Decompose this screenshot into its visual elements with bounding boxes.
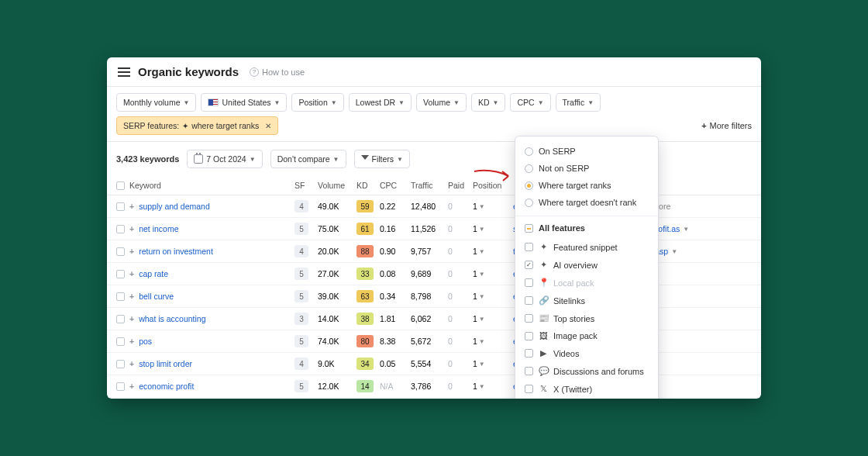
expand-icon[interactable]: +: [129, 382, 134, 391]
dd-feature-option[interactable]: 🖼Image pack: [515, 327, 658, 344]
table-row: +stop limit order49.0K340.055,55401 ▼erm…: [107, 353, 761, 375]
chevron-down-icon: ▼: [331, 99, 337, 106]
volume-value: 9.0K: [318, 359, 356, 368]
page-title: Organic keywords: [138, 65, 239, 78]
close-icon[interactable]: ✕: [265, 122, 271, 130]
keyword-link[interactable]: return on investment: [139, 247, 213, 256]
dd-radio-option[interactable]: On SERP: [515, 143, 658, 160]
keyword-link[interactable]: net income: [139, 224, 178, 233]
dropdown-divider: [515, 216, 658, 216]
select-all-checkbox[interactable]: [116, 181, 125, 190]
feature-icon: ✦: [539, 242, 548, 252]
dd-radio-option[interactable]: Where target ranks: [515, 177, 658, 194]
how-to-use-link[interactable]: ? How to use: [250, 67, 305, 77]
checkbox-icon: [525, 367, 533, 375]
keyword-link[interactable]: stop limit order: [139, 359, 192, 368]
filter-cpc[interactable]: CPC▼: [510, 93, 550, 112]
traffic-value: 5,554: [411, 359, 448, 368]
row-checkbox[interactable]: [116, 292, 125, 301]
table-row: +rate of change548.0K18N/A3,78601 ▼erms/…: [107, 398, 761, 399]
dd-feature-option[interactable]: ✦AI overview: [515, 256, 658, 274]
dd-feature-label: Local pack: [553, 278, 594, 288]
cpc-value: 0.08: [380, 269, 411, 278]
row-checkbox[interactable]: [116, 337, 125, 346]
filter-lowest-dr[interactable]: Lowest DR▼: [349, 93, 412, 112]
col-position[interactable]: Position: [473, 181, 513, 190]
expand-icon[interactable]: +: [129, 337, 134, 346]
paid-value: 0: [448, 269, 473, 278]
keyword-link[interactable]: economic profit: [139, 382, 194, 391]
expand-icon[interactable]: +: [129, 202, 134, 211]
keyword-link[interactable]: cap rate: [139, 269, 168, 278]
dd-feature-option[interactable]: 𝕏X (Twitter): [515, 380, 658, 398]
table-row: +bell curve539.0K630.348,79801 ▼erms/b/b…: [107, 285, 761, 308]
expand-icon[interactable]: +: [129, 292, 134, 301]
serp-features-dropdown: On SERPNot on SERPWhere target ranksWher…: [515, 136, 659, 399]
sparkle-icon: ✦: [182, 122, 188, 130]
plus-icon: +: [701, 121, 706, 130]
col-kd[interactable]: KD: [356, 181, 380, 190]
col-paid[interactable]: Paid: [448, 181, 473, 190]
chevron-down-icon: ▼: [398, 99, 405, 106]
col-traffic[interactable]: Traffic: [411, 181, 448, 190]
dd-feature-option[interactable]: 🔗Sitelinks: [515, 292, 658, 309]
col-sf[interactable]: SF: [294, 181, 318, 190]
filter-country[interactable]: United States▼: [201, 93, 287, 112]
chevron-down-icon: ▼: [453, 99, 460, 106]
hamburger-icon[interactable]: [118, 67, 130, 77]
row-checkbox[interactable]: [116, 270, 125, 278]
keywords-table: Keyword SF Volume KD CPC Traffic Paid Po…: [107, 176, 761, 399]
dd-feature-option[interactable]: ✦Featured snippet: [515, 238, 658, 256]
date-picker[interactable]: 7 Oct 2024 ▼: [187, 150, 262, 168]
filter-volume[interactable]: Volume▼: [416, 93, 467, 112]
funnel-icon: [361, 155, 369, 163]
paid-value: 0: [448, 247, 473, 256]
feature-icon: 📍: [539, 278, 548, 288]
filters-button[interactable]: Filters ▼: [354, 150, 411, 168]
dd-feature-option[interactable]: 📰Top stories: [515, 309, 658, 327]
col-cpc[interactable]: CPC: [380, 181, 411, 190]
keyword-link[interactable]: supply and demand: [139, 202, 210, 211]
expand-icon[interactable]: +: [129, 224, 134, 233]
checkbox-icon: [525, 385, 533, 393]
expand-icon[interactable]: +: [129, 314, 134, 323]
keyword-link[interactable]: pos: [139, 337, 152, 346]
feature-icon: 🖼: [539, 331, 548, 340]
dd-radio-option[interactable]: Not on SERP: [515, 160, 658, 177]
row-checkbox[interactable]: [116, 225, 125, 233]
compare-picker[interactable]: Don't compare ▼: [270, 150, 346, 168]
position-value: 1 ▼: [473, 247, 513, 256]
compare-label: Don't compare: [277, 154, 330, 164]
dd-radio-option[interactable]: Where target doesn't rank: [515, 194, 658, 211]
chevron-down-icon: ▼: [333, 156, 339, 163]
dd-feature-label: Videos: [553, 349, 579, 358]
filter-traffic[interactable]: Traffic▼: [556, 93, 601, 112]
filter-position[interactable]: Position▼: [291, 93, 343, 112]
position-value: 1 ▼: [473, 202, 513, 211]
row-checkbox[interactable]: [116, 382, 125, 391]
chevron-down-icon: ▼: [184, 99, 190, 106]
dd-feature-label: Sitelinks: [553, 296, 585, 306]
dd-feature-option[interactable]: 💬Discussions and forums: [515, 362, 658, 380]
row-checkbox[interactable]: [116, 247, 125, 256]
dd-all-features[interactable]: All features: [515, 219, 658, 237]
feature-icon: 💬: [539, 366, 548, 376]
cpc-value: 0.34: [380, 292, 411, 301]
filter-kd[interactable]: KD▼: [471, 93, 506, 112]
traffic-value: 9,689: [411, 269, 448, 278]
filter-monthly-volume[interactable]: Monthly volume▼: [116, 93, 196, 112]
expand-icon[interactable]: +: [129, 247, 134, 256]
keyword-link[interactable]: what is accounting: [139, 314, 205, 323]
col-volume[interactable]: Volume: [318, 181, 356, 190]
dd-feature-option[interactable]: ▶Videos: [515, 344, 658, 362]
expand-icon[interactable]: +: [129, 269, 134, 278]
col-keyword[interactable]: Keyword: [129, 181, 161, 190]
row-checkbox[interactable]: [116, 202, 125, 211]
expand-icon[interactable]: +: [129, 359, 134, 368]
row-checkbox[interactable]: [116, 315, 125, 323]
more-filters-button[interactable]: + More filters: [701, 121, 752, 130]
keyword-link[interactable]: bell curve: [139, 292, 174, 301]
chevron-down-icon: ▼: [274, 99, 281, 106]
filter-serp-features[interactable]: SERP features: ✦ where target ranks ✕: [116, 116, 278, 135]
row-checkbox[interactable]: [116, 360, 125, 368]
